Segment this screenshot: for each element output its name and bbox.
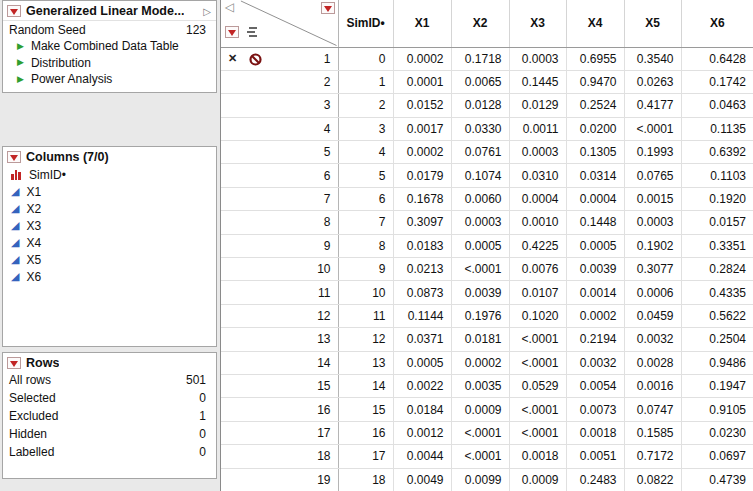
red-triangle-menu-icon[interactable] [7, 5, 21, 17]
table-cell[interactable]: 0.0002 [393, 47, 451, 70]
table-cell[interactable]: 10 [338, 281, 393, 304]
row-header[interactable]: 18 [221, 445, 338, 468]
disclosure-arrow-icon[interactable]: ▷ [203, 6, 211, 17]
table-cell[interactable]: 0.1020 [509, 304, 566, 327]
table-cell[interactable]: 0.4739 [681, 468, 753, 491]
table-cell[interactable]: 16 [338, 421, 393, 444]
table-cell[interactable]: 0.2194 [566, 328, 624, 351]
table-cell[interactable]: 0.0371 [393, 328, 451, 351]
table-cell[interactable]: 0.0005 [566, 234, 624, 257]
red-triangle-menu-icon[interactable] [7, 151, 21, 163]
table-cell[interactable]: 0.0054 [566, 374, 624, 397]
table-cell[interactable]: 0.0039 [451, 281, 509, 304]
table-cell[interactable]: 0.0152 [393, 94, 451, 117]
table-cell[interactable]: 0.1920 [681, 187, 753, 210]
table-cell[interactable]: 0.1993 [624, 141, 681, 164]
column-list-item[interactable]: ◢X6 [3, 268, 216, 285]
row-header[interactable]: 4 [221, 117, 338, 140]
row-header[interactable]: 2 [221, 70, 338, 93]
table-cell[interactable]: 0.1074 [451, 164, 509, 187]
table-cell[interactable]: 0.0002 [451, 351, 509, 374]
table-cell[interactable]: 0.0873 [393, 281, 451, 304]
table-cell[interactable]: 12 [338, 328, 393, 351]
table-cell[interactable]: 0.0017 [393, 117, 451, 140]
table-cell[interactable]: 0.1947 [681, 374, 753, 397]
table-cell[interactable]: 0.0015 [624, 187, 681, 210]
table-cell[interactable]: 0.0184 [393, 398, 451, 421]
column-list-item[interactable]: ◢X5 [3, 251, 216, 268]
row-order-icon[interactable] [247, 27, 259, 38]
row-header[interactable]: 10 [221, 258, 338, 281]
table-cell[interactable]: 0.1742 [681, 70, 753, 93]
table-cell[interactable]: 0.0005 [451, 234, 509, 257]
table-cell[interactable]: 0.0129 [509, 94, 566, 117]
table-cell[interactable]: 9 [338, 258, 393, 281]
table-cell[interactable]: 0.0049 [393, 468, 451, 491]
column-header-x2[interactable]: X2 [451, 0, 509, 47]
table-cell[interactable]: 6 [338, 187, 393, 210]
table-cell[interactable]: 0.0183 [393, 234, 451, 257]
column-header-x1[interactable]: X1 [393, 0, 451, 47]
table-cell[interactable]: 0.2504 [681, 328, 753, 351]
table-cell[interactable]: 0.0330 [451, 117, 509, 140]
table-cell[interactable]: 0.0459 [624, 304, 681, 327]
table-cell[interactable]: <.0001 [451, 445, 509, 468]
table-cell[interactable]: 0.0032 [566, 351, 624, 374]
table-cell[interactable]: 0.0076 [509, 258, 566, 281]
table-cell[interactable]: 0.0022 [393, 374, 451, 397]
table-cell[interactable]: 0.7172 [624, 445, 681, 468]
table-cell[interactable]: 2 [338, 94, 393, 117]
table-cell[interactable]: 0.0761 [451, 141, 509, 164]
table-cell[interactable]: 0.1445 [509, 70, 566, 93]
table-cell[interactable]: 0.0073 [566, 398, 624, 421]
table-cell[interactable]: 0.3540 [624, 47, 681, 70]
table-cell[interactable]: 0.0310 [509, 164, 566, 187]
table-cell[interactable]: 0.0314 [566, 164, 624, 187]
table-cell[interactable]: 0.1135 [681, 117, 753, 140]
row-header[interactable]: 13 [221, 328, 338, 351]
table-cell[interactable]: 0.0263 [624, 70, 681, 93]
table-cell[interactable]: 0.0157 [681, 211, 753, 234]
table-cell[interactable]: 0.1718 [451, 47, 509, 70]
table-cell[interactable]: 0.0039 [566, 258, 624, 281]
table-cell[interactable]: 0.1305 [566, 141, 624, 164]
row-header[interactable]: 9 [221, 234, 338, 257]
row-header[interactable]: 12 [221, 304, 338, 327]
table-cell[interactable]: 0.1678 [393, 187, 451, 210]
column-header-x6[interactable]: X6 [681, 0, 753, 47]
table-cell[interactable]: <.0001 [509, 398, 566, 421]
table-cell[interactable]: 13 [338, 351, 393, 374]
column-header-x5[interactable]: X5 [624, 0, 681, 47]
table-cell[interactable]: 0.0010 [509, 211, 566, 234]
rows-menu-icon[interactable] [225, 26, 239, 38]
table-cell[interactable]: 0.0230 [681, 421, 753, 444]
table-cell[interactable]: 0.9105 [681, 398, 753, 421]
table-cell[interactable]: 0.2483 [566, 468, 624, 491]
table-cell[interactable]: 0.0697 [681, 445, 753, 468]
table-cell[interactable]: 0.0747 [624, 398, 681, 421]
table-cell[interactable]: 1 [338, 70, 393, 93]
table-cell[interactable]: 0.0003 [624, 211, 681, 234]
table-cell[interactable]: 14 [338, 374, 393, 397]
table-cell[interactable]: 18 [338, 468, 393, 491]
table-cell[interactable]: 0.0001 [393, 70, 451, 93]
row-header[interactable]: 6 [221, 164, 338, 187]
row-header[interactable]: 17 [221, 421, 338, 444]
model-action-item[interactable]: ▶Power Analysis [3, 71, 216, 88]
table-cell[interactable]: 0.2824 [681, 258, 753, 281]
table-cell[interactable]: 0 [338, 47, 393, 70]
row-header[interactable]: 16 [221, 398, 338, 421]
table-cell[interactable]: 0.1103 [681, 164, 753, 187]
table-cell[interactable]: 0.0107 [509, 281, 566, 304]
table-cell[interactable]: 0.0003 [509, 141, 566, 164]
model-action-item[interactable]: ▶Make Combined Data Table [3, 38, 216, 55]
row-header[interactable]: 8 [221, 211, 338, 234]
table-cell[interactable]: 0.0016 [624, 374, 681, 397]
table-cell[interactable]: 0.0822 [624, 468, 681, 491]
column-list-item[interactable]: SimID• [3, 166, 216, 183]
table-cell[interactable]: 0.3097 [393, 211, 451, 234]
row-header[interactable]: 19 [221, 468, 338, 491]
table-cell[interactable]: 0.0018 [509, 445, 566, 468]
table-cell[interactable]: 0.6428 [681, 47, 753, 70]
table-cell[interactable]: 17 [338, 445, 393, 468]
